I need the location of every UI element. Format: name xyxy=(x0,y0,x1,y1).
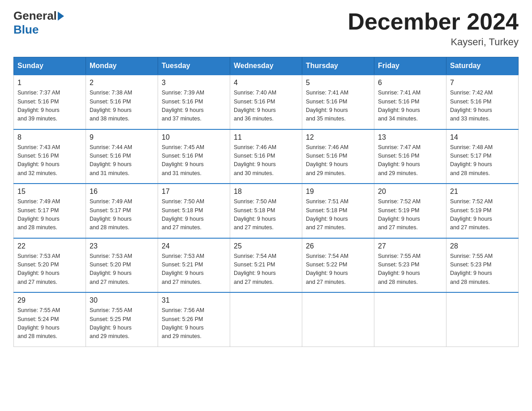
day-info: Sunrise: 7:43 AM Sunset: 5:16 PM Dayligh… xyxy=(17,143,82,178)
day-info: Sunrise: 7:53 AM Sunset: 5:21 PM Dayligh… xyxy=(162,252,226,287)
calendar-cell xyxy=(302,292,374,347)
logo: General Blue xyxy=(13,9,65,37)
month-year-title: December 2024 xyxy=(348,9,519,34)
day-info: Sunrise: 7:49 AM Sunset: 5:17 PM Dayligh… xyxy=(17,197,82,232)
day-info: Sunrise: 7:48 AM Sunset: 5:17 PM Dayligh… xyxy=(450,143,515,178)
day-number: 22 xyxy=(17,242,82,250)
day-number: 23 xyxy=(90,242,154,250)
day-number: 12 xyxy=(306,133,370,141)
calendar-cell: 19 Sunrise: 7:51 AM Sunset: 5:18 PM Dayl… xyxy=(302,184,374,238)
logo-general-text: General xyxy=(13,9,57,23)
calendar-cell: 25 Sunrise: 7:54 AM Sunset: 5:21 PM Dayl… xyxy=(230,238,302,293)
calendar-cell: 26 Sunrise: 7:54 AM Sunset: 5:22 PM Dayl… xyxy=(302,238,374,293)
calendar-cell: 22 Sunrise: 7:53 AM Sunset: 5:20 PM Dayl… xyxy=(14,238,86,293)
day-number: 19 xyxy=(306,188,370,196)
day-info: Sunrise: 7:53 AM Sunset: 5:20 PM Dayligh… xyxy=(17,252,82,287)
calendar-cell: 4 Sunrise: 7:40 AM Sunset: 5:16 PM Dayli… xyxy=(230,75,302,129)
header-sunday: Sunday xyxy=(14,57,86,75)
day-number: 17 xyxy=(162,188,226,196)
day-number: 29 xyxy=(17,296,82,304)
day-number: 15 xyxy=(17,188,82,196)
day-number: 16 xyxy=(90,188,154,196)
day-number: 10 xyxy=(162,133,226,141)
calendar-cell: 2 Sunrise: 7:38 AM Sunset: 5:16 PM Dayli… xyxy=(86,75,158,129)
calendar-cell: 12 Sunrise: 7:46 AM Sunset: 5:16 PM Dayl… xyxy=(302,129,374,184)
calendar-row-2: 8 Sunrise: 7:43 AM Sunset: 5:16 PM Dayli… xyxy=(14,129,519,184)
calendar-cell: 3 Sunrise: 7:39 AM Sunset: 5:16 PM Dayli… xyxy=(158,75,230,129)
calendar-cell xyxy=(230,292,302,347)
day-info: Sunrise: 7:41 AM Sunset: 5:16 PM Dayligh… xyxy=(306,89,370,124)
header-thursday: Thursday xyxy=(302,57,374,75)
calendar-row-5: 29 Sunrise: 7:55 AM Sunset: 5:24 PM Dayl… xyxy=(14,292,519,347)
day-number: 7 xyxy=(450,79,515,87)
calendar-cell: 17 Sunrise: 7:50 AM Sunset: 5:18 PM Dayl… xyxy=(158,184,230,238)
calendar-cell: 16 Sunrise: 7:49 AM Sunset: 5:17 PM Dayl… xyxy=(86,184,158,238)
calendar-row-4: 22 Sunrise: 7:53 AM Sunset: 5:20 PM Dayl… xyxy=(14,238,519,293)
day-info: Sunrise: 7:49 AM Sunset: 5:17 PM Dayligh… xyxy=(90,197,154,232)
day-info: Sunrise: 7:55 AM Sunset: 5:25 PM Dayligh… xyxy=(90,306,154,341)
day-number: 28 xyxy=(450,242,515,250)
day-info: Sunrise: 7:47 AM Sunset: 5:16 PM Dayligh… xyxy=(378,143,442,178)
calendar-cell: 20 Sunrise: 7:52 AM Sunset: 5:19 PM Dayl… xyxy=(374,184,446,238)
day-number: 24 xyxy=(162,242,226,250)
day-number: 2 xyxy=(90,79,154,87)
day-info: Sunrise: 7:56 AM Sunset: 5:26 PM Dayligh… xyxy=(162,306,226,341)
calendar-cell: 5 Sunrise: 7:41 AM Sunset: 5:16 PM Dayli… xyxy=(302,75,374,129)
header-saturday: Saturday xyxy=(446,57,519,75)
day-info: Sunrise: 7:40 AM Sunset: 5:16 PM Dayligh… xyxy=(234,89,298,124)
day-number: 4 xyxy=(234,79,298,87)
day-info: Sunrise: 7:41 AM Sunset: 5:16 PM Dayligh… xyxy=(378,89,442,124)
calendar-cell: 7 Sunrise: 7:42 AM Sunset: 5:16 PM Dayli… xyxy=(446,75,519,129)
calendar-cell: 18 Sunrise: 7:50 AM Sunset: 5:18 PM Dayl… xyxy=(230,184,302,238)
calendar-cell xyxy=(374,292,446,347)
calendar-cell: 23 Sunrise: 7:53 AM Sunset: 5:20 PM Dayl… xyxy=(86,238,158,293)
day-info: Sunrise: 7:45 AM Sunset: 5:16 PM Dayligh… xyxy=(162,143,226,178)
day-number: 13 xyxy=(378,133,442,141)
header-monday: Monday xyxy=(86,57,158,75)
logo-arrow-icon xyxy=(58,12,64,21)
calendar-cell: 30 Sunrise: 7:55 AM Sunset: 5:25 PM Dayl… xyxy=(86,292,158,347)
calendar-cell: 1 Sunrise: 7:37 AM Sunset: 5:16 PM Dayli… xyxy=(14,75,86,129)
day-info: Sunrise: 7:50 AM Sunset: 5:18 PM Dayligh… xyxy=(162,197,226,232)
day-number: 31 xyxy=(162,296,226,304)
calendar-cell: 24 Sunrise: 7:53 AM Sunset: 5:21 PM Dayl… xyxy=(158,238,230,293)
day-number: 14 xyxy=(450,133,515,141)
day-number: 3 xyxy=(162,79,226,87)
day-info: Sunrise: 7:55 AM Sunset: 5:23 PM Dayligh… xyxy=(450,252,515,287)
calendar-cell: 21 Sunrise: 7:52 AM Sunset: 5:19 PM Dayl… xyxy=(446,184,519,238)
weekday-header-row: Sunday Monday Tuesday Wednesday Thursday… xyxy=(14,57,519,75)
day-number: 9 xyxy=(90,133,154,141)
calendar-cell: 6 Sunrise: 7:41 AM Sunset: 5:16 PM Dayli… xyxy=(374,75,446,129)
day-info: Sunrise: 7:44 AM Sunset: 5:16 PM Dayligh… xyxy=(90,143,154,178)
day-info: Sunrise: 7:46 AM Sunset: 5:16 PM Dayligh… xyxy=(234,143,298,178)
calendar-cell: 29 Sunrise: 7:55 AM Sunset: 5:24 PM Dayl… xyxy=(14,292,86,347)
day-number: 8 xyxy=(17,133,82,141)
day-info: Sunrise: 7:54 AM Sunset: 5:22 PM Dayligh… xyxy=(306,252,370,287)
day-info: Sunrise: 7:38 AM Sunset: 5:16 PM Dayligh… xyxy=(90,89,154,124)
calendar-row-1: 1 Sunrise: 7:37 AM Sunset: 5:16 PM Dayli… xyxy=(14,75,519,129)
day-info: Sunrise: 7:52 AM Sunset: 5:19 PM Dayligh… xyxy=(378,197,442,232)
day-number: 27 xyxy=(378,242,442,250)
calendar-cell: 9 Sunrise: 7:44 AM Sunset: 5:16 PM Dayli… xyxy=(86,129,158,184)
logo-blue-text: Blue xyxy=(13,23,39,37)
header-tuesday: Tuesday xyxy=(158,57,230,75)
calendar-cell: 27 Sunrise: 7:55 AM Sunset: 5:23 PM Dayl… xyxy=(374,238,446,293)
day-info: Sunrise: 7:55 AM Sunset: 5:23 PM Dayligh… xyxy=(378,252,442,287)
calendar-cell: 14 Sunrise: 7:48 AM Sunset: 5:17 PM Dayl… xyxy=(446,129,519,184)
day-info: Sunrise: 7:39 AM Sunset: 5:16 PM Dayligh… xyxy=(162,89,226,124)
day-number: 21 xyxy=(450,188,515,196)
day-info: Sunrise: 7:46 AM Sunset: 5:16 PM Dayligh… xyxy=(306,143,370,178)
day-number: 30 xyxy=(90,296,154,304)
header-wednesday: Wednesday xyxy=(230,57,302,75)
title-area: December 2024 Kayseri, Turkey xyxy=(348,9,519,48)
day-number: 11 xyxy=(234,133,298,141)
calendar-table: Sunday Monday Tuesday Wednesday Thursday… xyxy=(13,57,519,347)
day-number: 18 xyxy=(234,188,298,196)
day-number: 25 xyxy=(234,242,298,250)
day-number: 1 xyxy=(17,79,82,87)
header: General Blue December 2024 Kayseri, Turk… xyxy=(13,9,519,48)
calendar-cell: 8 Sunrise: 7:43 AM Sunset: 5:16 PM Dayli… xyxy=(14,129,86,184)
location-label: Kayseri, Turkey xyxy=(348,36,519,48)
day-number: 26 xyxy=(306,242,370,250)
day-info: Sunrise: 7:42 AM Sunset: 5:16 PM Dayligh… xyxy=(450,89,515,124)
